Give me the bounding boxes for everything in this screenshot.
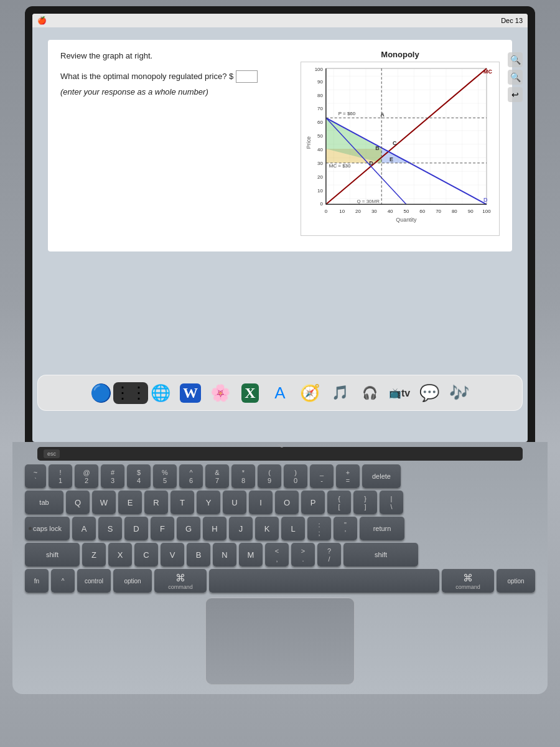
rotate-icon-btn[interactable]: ↩ (508, 87, 523, 102)
key-e[interactable]: E (118, 491, 142, 514)
key-1[interactable]: !1 (49, 464, 72, 488)
svg-text:80: 80 (452, 209, 457, 214)
key-v[interactable]: V (161, 543, 184, 566)
menu-bar-left: 🍎 (37, 16, 47, 25)
dock-item-messages[interactable]: 💬 (416, 379, 443, 406)
dock-item-excel[interactable]: X (236, 379, 264, 406)
key-b[interactable]: B (187, 543, 210, 566)
screen-content-wrapper: Review the graph at right. What is the o… (32, 27, 528, 442)
key-slash[interactable]: ?/ (317, 543, 341, 566)
key-q[interactable]: Q (66, 491, 90, 514)
dock-item-photos[interactable]: 🌸 (207, 379, 234, 406)
key-backtick[interactable]: ~` (25, 464, 46, 488)
key-p[interactable]: P (301, 491, 325, 514)
key-t[interactable]: T (170, 491, 194, 514)
tb-esc[interactable]: esc (44, 449, 60, 458)
dock-item-appletv[interactable]: 📺tv (386, 379, 413, 406)
key-x[interactable]: X (108, 543, 132, 566)
key-k[interactable]: K (255, 517, 279, 540)
key-5[interactable]: %5 (153, 464, 177, 488)
dock-item-word[interactable]: W (177, 379, 204, 406)
key-l[interactable]: L (281, 517, 305, 540)
key-fn[interactable]: fn (25, 569, 49, 593)
svg-text:60: 60 (419, 209, 425, 214)
key-backslash[interactable]: |\ (380, 491, 403, 514)
key-a[interactable]: A (72, 517, 96, 540)
key-rbracket[interactable]: }] (353, 491, 377, 514)
search-icon-btn[interactable]: 🔍 (508, 52, 523, 67)
dock-item-appstore[interactable]: A (266, 379, 294, 406)
key-return[interactable]: return (360, 517, 404, 540)
question-prompt: What is the optimal monopoly regulated p… (60, 70, 233, 83)
key-option-right[interactable]: option (497, 569, 535, 593)
key-2[interactable]: @2 (75, 464, 98, 488)
key-comma[interactable]: <, (265, 543, 289, 566)
key-7[interactable]: &7 (205, 464, 229, 488)
touch-bar: esc (37, 447, 523, 461)
key-m[interactable]: M (239, 543, 263, 566)
key-capslock[interactable]: caps lock (25, 517, 70, 540)
dock-item-launchpad[interactable]: ⋮⋮ (117, 379, 144, 406)
svg-text:P = $60: P = $60 (338, 111, 356, 116)
key-f[interactable]: F (151, 517, 174, 540)
key-space[interactable] (209, 569, 439, 593)
key-n[interactable]: N (213, 543, 236, 566)
question-input-line: What is the optimal monopoly regulated p… (60, 70, 288, 99)
key-6[interactable]: ^6 (179, 464, 203, 488)
key-quote[interactable]: "' (334, 517, 357, 540)
key-g[interactable]: G (177, 517, 200, 540)
key-minus[interactable]: _- (310, 464, 334, 488)
question-section: Review the graph at right. What is the o… (48, 40, 512, 251)
zoom-icon-btn[interactable]: 🔍 (508, 70, 523, 85)
key-u[interactable]: U (223, 491, 246, 514)
key-shift-left[interactable]: shift (25, 543, 80, 566)
key-w[interactable]: W (92, 491, 116, 514)
key-c[interactable]: C (134, 543, 158, 566)
dock-item-finder[interactable]: 🔵 (87, 379, 114, 406)
svg-text:20: 20 (317, 174, 323, 180)
key-command-left[interactable]: ⌘ command (154, 569, 207, 593)
key-s[interactable]: S (98, 517, 122, 540)
key-option[interactable]: ⌥ option (113, 569, 152, 593)
key-y[interactable]: Y (197, 491, 220, 514)
dock-item-safari[interactable]: 🧭 (296, 379, 324, 406)
answer-input[interactable] (236, 70, 258, 83)
apple-menu[interactable]: 🍎 (37, 16, 47, 25)
input-note: (enter your response as a whole number) (60, 86, 208, 99)
key-9[interactable]: (9 (258, 464, 281, 488)
key-h[interactable]: H (203, 517, 226, 540)
key-z[interactable]: Z (82, 543, 106, 566)
dock-item-headphones[interactable]: 🎧 (356, 379, 383, 406)
key-d[interactable]: D (124, 517, 148, 540)
key-period[interactable]: >. (291, 543, 315, 566)
trackpad[interactable] (205, 598, 355, 685)
key-shift-right[interactable]: shift (343, 543, 418, 566)
key-semicolon[interactable]: :; (307, 517, 331, 540)
svg-text:D: D (483, 197, 488, 203)
key-0[interactable]: )0 (284, 464, 307, 488)
key-i[interactable]: I (249, 491, 273, 514)
graph-container: 0 10 20 30 40 50 60 70 80 90 (301, 62, 500, 236)
svg-text:A: A (380, 111, 385, 118)
key-command-right[interactable]: ⌘ command (442, 569, 494, 593)
key-j[interactable]: J (229, 517, 253, 540)
graph-area: Monopoly (301, 50, 500, 242)
key-r[interactable]: R (144, 491, 168, 514)
key-control[interactable]: control (77, 569, 111, 593)
key-3[interactable]: #3 (101, 464, 124, 488)
right-icons: 🔍 🔍 ↩ (508, 52, 523, 102)
svg-text:40: 40 (317, 147, 323, 153)
key-lbracket[interactable]: {[ (327, 491, 351, 514)
dock-item-chrome[interactable]: 🌐 (147, 379, 174, 406)
dock-item-music[interactable]: 🎵 (326, 379, 353, 406)
svg-text:90: 90 (317, 79, 323, 85)
svg-text:30: 30 (371, 209, 377, 214)
key-delete[interactable]: delete (362, 464, 401, 488)
dock-item-spotify[interactable]: 🎶 (446, 379, 473, 406)
key-caret[interactable]: ^ (51, 569, 75, 593)
key-4[interactable]: $4 (127, 464, 151, 488)
key-equals[interactable]: += (336, 464, 360, 488)
key-o[interactable]: O (275, 491, 299, 514)
key-tab[interactable]: tab (25, 491, 63, 514)
key-8[interactable]: *8 (231, 464, 255, 488)
